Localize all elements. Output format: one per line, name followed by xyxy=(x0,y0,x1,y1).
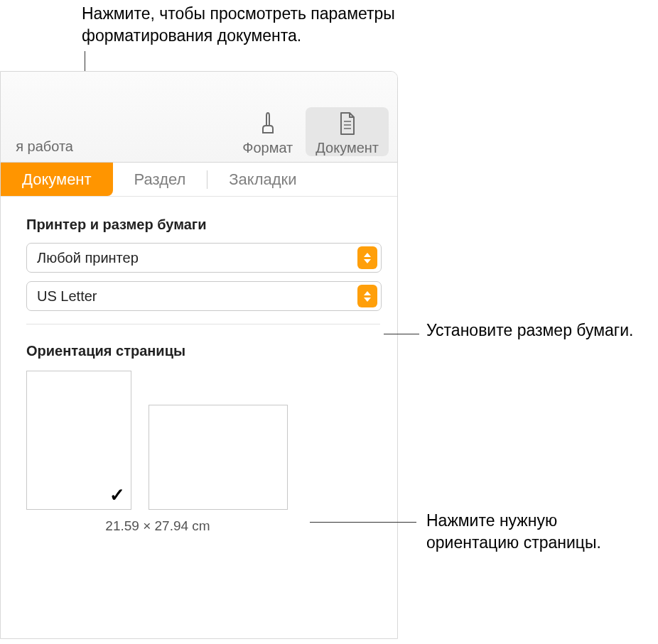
format-label: Формат xyxy=(242,140,293,156)
checkmark-icon: ✓ xyxy=(109,484,125,506)
printer-section-title: Принтер и размер бумаги xyxy=(26,217,380,233)
orientation-section-title: Ориентация страницы xyxy=(26,343,380,359)
page-dimensions-label: 21.59 × 27.94 cm xyxy=(26,518,289,534)
inspector-content: Принтер и размер бумаги Любой принтер US… xyxy=(1,197,397,534)
document-toolbar-button[interactable]: Документ xyxy=(306,107,389,156)
printer-select[interactable]: Любой принтер xyxy=(26,243,382,273)
tab-document[interactable]: Документ xyxy=(1,163,113,196)
document-icon xyxy=(335,110,360,137)
toolbar: я работа Формат Документ xyxy=(1,72,397,163)
callout-paper-size: Установите размер бумаги. xyxy=(426,320,647,342)
orientation-portrait[interactable]: ✓ xyxy=(26,371,131,510)
callout-orientation: Нажмите нужную ориентацию страницы. xyxy=(426,510,654,554)
paper-size-value: US Letter xyxy=(27,288,357,305)
toolbar-clipped-label: я работа xyxy=(16,138,73,155)
callout-line-orientation xyxy=(310,522,416,523)
brush-icon xyxy=(256,110,280,137)
updown-icon xyxy=(357,285,377,307)
document-label: Документ xyxy=(315,140,379,156)
updown-icon xyxy=(357,246,377,269)
section-divider xyxy=(26,324,380,324)
toolbar-clipped-button[interactable]: я работа xyxy=(1,138,73,156)
callout-document-tab: Нажмите, чтобы просмотреть параметры фор… xyxy=(82,3,480,47)
printer-select-value: Любой принтер xyxy=(27,250,357,266)
orientation-landscape[interactable] xyxy=(149,405,288,510)
callout-line-paper xyxy=(384,334,419,334)
format-toolbar-button[interactable]: Формат xyxy=(232,107,303,156)
tab-bookmarks[interactable]: Закладки xyxy=(207,163,318,196)
paper-size-select[interactable]: US Letter xyxy=(26,281,382,311)
inspector-tabs: Документ Раздел Закладки xyxy=(1,163,397,197)
inspector-panel: я работа Формат Документ Документ Раздел xyxy=(0,71,398,639)
tab-section[interactable]: Раздел xyxy=(113,163,207,196)
orientation-options: ✓ xyxy=(26,371,380,510)
